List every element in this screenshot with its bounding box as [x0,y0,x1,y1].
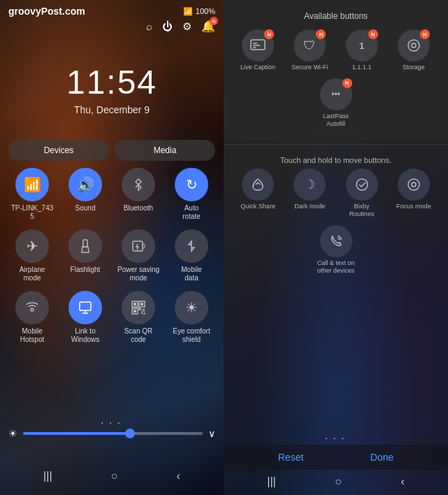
active-tile-darkmode[interactable]: ☽ Dark mode [287,168,333,218]
brightness-fill [23,432,131,435]
tile-flashlight[interactable]: Flashlight [62,229,109,282]
avail-tile-livecaption[interactable]: N Live Caption [236,29,281,71]
tile-linkwindows[interactable]: Link toWindows [62,291,109,344]
avail-tile-securewifi[interactable]: 🛡 N Secure Wi-Fi [287,29,333,71]
expand-icon[interactable]: ∨ [208,428,215,439]
top-bar: groovyPost.com 📶 100% [0,6,224,17]
tile-sound[interactable]: 🔊 Sound [62,168,109,221]
clock-date: Thu, December 9 [0,104,224,115]
nav-recent-button[interactable]: ||| [43,470,52,482]
svg-rect-1 [133,241,143,251]
hotspot-tile-icon [15,291,49,324]
svg-point-15 [408,179,419,190]
qr-tile-icon [122,291,155,324]
power-icon[interactable]: ⏻ [162,20,173,32]
airplane-tile-label: Airplanemode [20,266,45,282]
notification-count: N [210,17,218,25]
tile-autorotate[interactable]: ↻ Autorotate [168,168,215,221]
svg-rect-6 [133,303,136,306]
storage-icon: N [398,29,430,62]
tile-hotspot[interactable]: MobileHotspot [8,291,56,344]
active-tile-quickshare[interactable]: Quick Share [236,168,281,218]
wifi-tile-label: TP-LINK_7435 [11,204,54,221]
brightness-slider[interactable] [23,432,203,435]
nav-bar-right: ||| ○ ‹ [224,470,448,495]
tile-powersave[interactable]: Power savingmode [115,229,162,282]
page-dots: • • • [0,421,224,425]
mobiledata-tile-icon [175,229,208,263]
1111-icon: 1 N [346,29,378,62]
nav-back-button[interactable]: ‹ [177,470,180,482]
powersave-tile-label: Power savingmode [117,266,159,282]
linkwindows-tile-label: Link toWindows [71,327,100,344]
tile-eyecomfort[interactable]: ☀ Eye comfortshield [168,291,215,344]
livecaption-label: Live Caption [240,64,275,71]
nav-home-button[interactable]: ○ [111,470,118,482]
securewifi-badge: N [316,29,326,39]
qr-tile-label: Scan QRcode [124,327,153,344]
avail-tile-lastpass[interactable]: ••• N LastPassAutofill [313,78,359,128]
svg-rect-0 [83,240,87,247]
right-panel: Available buttons N Live Caption 🛡 [224,0,448,495]
brightness-control: ☀ ∨ [8,428,215,439]
section-divider [224,144,448,145]
darkmode-icon: ☽ [294,168,326,201]
active-tile-focusmode[interactable]: Focus mode [391,168,436,218]
svg-rect-2 [143,244,145,248]
nav-home-right[interactable]: ○ [335,475,342,488]
livecaption-icon: N [242,29,274,62]
lastpass-badge: N [342,78,352,88]
notification-bell[interactable]: 🔔 N [201,20,215,33]
tile-qr[interactable]: Scan QRcode [115,291,162,344]
active-tile-bixby[interactable]: BixbyRoutines [339,168,384,218]
svg-rect-11 [251,40,265,50]
avail-tile-1111[interactable]: 1 N 1.1.1.1 [339,29,384,71]
active-tile-calltext[interactable]: Call & text onother devices [313,225,359,275]
available-tiles-row-2: ••• N LastPassAutofill [232,78,440,128]
tile-wifi[interactable]: 📶 TP-LINK_7435 [8,168,56,221]
bluetooth-tile-icon [122,168,155,201]
settings-icon[interactable]: ⚙ [182,20,192,33]
search-icon[interactable]: ⌕ [146,20,152,32]
media-tab[interactable]: Media [115,140,215,161]
1111-label: 1.1.1.1 [352,64,372,71]
hotspot-tile-label: MobileHotspot [20,327,44,344]
available-tiles-row-1: N Live Caption 🛡 N Secure Wi-Fi 1 N [232,29,440,71]
reset-button[interactable]: Reset [278,452,304,463]
1111-badge: N [368,29,378,39]
tiles-row-1: 📶 TP-LINK_7435 🔊 Sound Bluetooth ↻ Autor… [8,168,215,221]
right-page-dots: • • • [224,432,448,445]
sound-tile-icon: 🔊 [68,168,102,201]
tile-airplane[interactable]: ✈ Airplanemode [8,229,56,282]
available-buttons-title: Available buttons [232,11,440,21]
brightness-thumb [125,429,135,438]
svg-point-3 [31,308,34,311]
svg-rect-8 [140,303,143,306]
powersave-tile-icon [122,229,155,263]
done-button[interactable]: Done [370,452,393,463]
active-tiles-section: Quick Share ☽ Dark mode BixbyRoutines [224,168,448,432]
devices-tab[interactable]: Devices [8,140,109,161]
svg-rect-4 [80,302,91,310]
quickshare-label: Quick Share [240,203,275,210]
nav-recent-right[interactable]: ||| [267,475,275,488]
autorotate-tile-label: Autorotate [182,204,201,221]
storage-badge: N [420,29,430,39]
securewifi-label: Secure Wi-Fi [291,64,328,71]
nav-back-right[interactable]: ‹ [400,475,404,488]
lastpass-label: LastPassAutofill [323,113,349,128]
tile-mobiledata[interactable]: Mobiledata [168,229,215,282]
bottom-actions: Reset Done [224,445,448,470]
device-media-tabs: Devices Media [8,140,215,161]
svg-point-16 [412,182,416,187]
airplane-tile-icon: ✈ [15,229,49,263]
quick-tiles-grid: 📶 TP-LINK_7435 🔊 Sound Bluetooth ↻ Autor… [8,168,215,352]
left-panel: groovyPost.com 📶 100% ⌕ ⏻ ⚙ 🔔 N 11:54 Th… [0,0,224,495]
eyecomfort-tile-label: Eye comfortshield [173,327,210,344]
available-buttons-section: Available buttons N Live Caption 🛡 [224,0,448,140]
tile-bluetooth[interactable]: Bluetooth [115,168,162,221]
mobiledata-tile-label: Mobiledata [181,266,201,282]
avail-tile-storage[interactable]: N Storage [391,29,436,71]
darkmode-label: Dark mode [294,203,325,210]
clock-time: 11:54 [0,63,224,101]
